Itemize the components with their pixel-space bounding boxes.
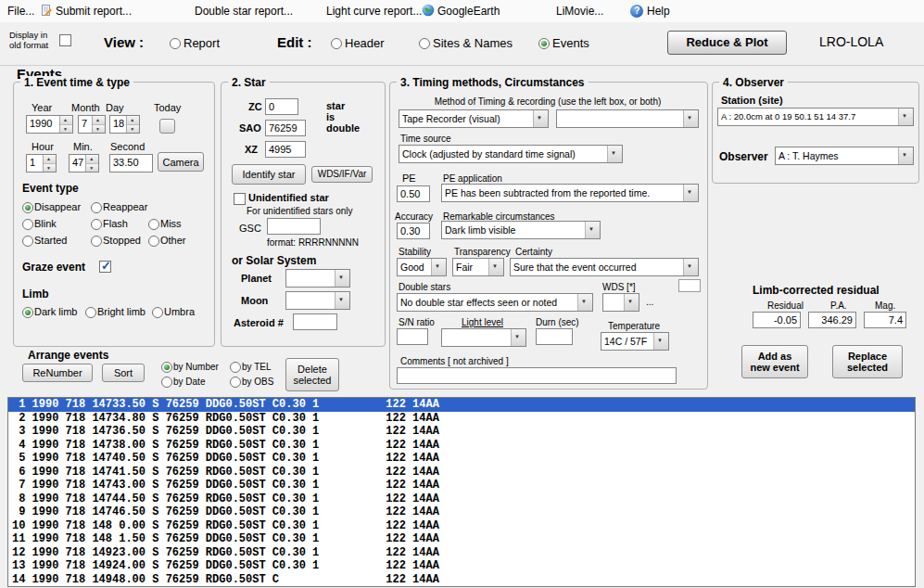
moon-combo[interactable] [285,291,350,310]
certainty-combo[interactable]: Sure that the event occurred [510,258,699,276]
wds-if-var-button[interactable]: WDS/IF/Var [311,166,373,183]
radio-other[interactable] [148,236,159,247]
event-row[interactable]: 6 1990 718 14741.50 S 76259 RDG0.50ST C0… [8,466,915,479]
event-row[interactable]: 3 1990 718 14736.50 S 76259 DDG0.50ST C0… [8,425,915,439]
identify-star-button[interactable]: Identify star [232,164,306,185]
asteroid-input[interactable] [293,313,337,330]
accuracy-input[interactable]: 0.30 [397,223,430,239]
radio-dark-limb-label[interactable]: Dark limb [34,306,77,317]
radio-umbra-label[interactable]: Umbra [164,306,195,317]
radio-umbra[interactable] [152,307,163,318]
menu-double-star-report[interactable]: Double star report... [195,5,293,18]
sn-ratio-input[interactable] [397,328,428,345]
light-level-combo[interactable] [441,328,526,347]
timing-method2-combo[interactable] [556,109,699,128]
radio-edit-header-label[interactable]: Header [345,36,385,50]
radio-miss[interactable] [148,219,159,230]
radio-stopped[interactable] [91,236,102,247]
comments-input[interactable] [397,367,677,384]
event-row[interactable]: 2 1990 718 14734.80 S 76259 RDG0.50ST C0… [8,412,915,426]
hour-spinner[interactable]: 1 [26,154,57,173]
transparency-combo[interactable]: Fair [452,258,504,276]
radio-by-tel[interactable] [230,362,241,373]
menu-submit-report[interactable]: Submit report... [56,5,132,18]
unidentified-star-label[interactable]: Unidentified star [248,192,329,203]
year-spinner[interactable]: 1990 [26,115,73,134]
radio-reappear[interactable] [91,202,102,213]
pe-input[interactable]: 0.50 [397,185,430,202]
menu-file[interactable]: File... [7,5,34,18]
radio-blink-label[interactable]: Blink [34,218,57,229]
planet-combo[interactable] [285,269,350,288]
event-row[interactable]: 7 1990 718 14743.00 S 76259 DDG0.50ST C0… [8,479,915,492]
radio-by-obs-label[interactable]: by OBS [242,377,273,387]
second-input[interactable]: 33.50 [109,154,153,173]
radio-disappear[interactable] [22,202,33,213]
unidentified-star-checkbox[interactable] [234,193,246,205]
event-row[interactable]: 5 1990 718 14740.50 S 76259 DDG0.50ST C0… [8,452,915,466]
delete-selected-button[interactable]: Delete selected [285,358,339,391]
event-row[interactable]: 12 1990 718 14923.00 S 76259 RDG0.50ST C… [8,546,915,560]
radio-started[interactable] [22,236,33,247]
events-list[interactable]: 1 1990 718 14733.50 S 76259 DDG0.50ST C0… [7,397,916,587]
zc-input[interactable]: 0 [265,98,298,115]
radio-by-tel-label[interactable]: by TEL [242,362,272,372]
graze-event-checkbox[interactable] [99,261,111,273]
station-combo[interactable]: A : 20.0cm at 0 19 50.1 51 14 37.7 [717,108,914,126]
event-row[interactable]: 11 1990 718 148 1.50 S 76259 DDG0.50ST C… [8,532,915,546]
radio-bright-limb-label[interactable]: Bright limb [97,306,146,317]
menu-light-curve-report[interactable]: Light curve report... [326,5,422,18]
remarkable-circumstances-combo[interactable]: Dark limb visible [441,221,601,239]
spin-up-icon[interactable] [60,116,72,125]
sort-button[interactable]: Sort [102,364,145,382]
radio-dark-limb[interactable] [22,307,33,318]
radio-edit-sites-label[interactable]: Sites & Names [433,36,513,50]
radio-flash[interactable] [91,219,102,230]
event-row[interactable]: 4 1990 718 14738.00 S 76259 RDG0.50ST C0… [8,439,915,453]
event-row[interactable]: 10 1990 718 148 0.00 S 76259 RDG0.50ST C… [8,519,915,533]
timing-method1-combo[interactable]: Tape Recorder (visual) [399,109,549,128]
radio-by-date-label[interactable]: by Date [173,377,205,387]
spin-down-icon[interactable] [86,164,98,173]
sao-input[interactable]: 76259 [265,120,306,136]
radio-view-report[interactable] [170,38,181,49]
camera-button[interactable]: Camera [158,152,204,172]
menu-limovie[interactable]: LiMovie... [556,5,603,18]
event-row[interactable]: 1 1990 718 14733.50 S 76259 DDG0.50ST C0… [8,398,915,412]
event-row[interactable]: 9 1990 718 14746.50 S 76259 DDG0.50ST C0… [8,505,915,519]
month-spinner[interactable]: 7 [78,115,106,134]
radio-by-number[interactable] [161,362,172,373]
radio-reappear-label[interactable]: Reappear [103,201,147,212]
radio-blink[interactable] [22,219,33,230]
radio-miss-label[interactable]: Miss [160,218,182,229]
day-spinner[interactable]: 18 [109,115,140,134]
radio-stopped-label[interactable]: Stopped [103,235,141,246]
min-spinner[interactable]: 47 [69,154,99,173]
radio-bright-limb[interactable] [85,307,96,318]
gsc-input[interactable] [267,218,321,235]
today-button[interactable] [159,119,175,134]
radio-disappear-label[interactable]: Disappear [34,201,81,212]
replace-selected-button[interactable]: Replace selected [832,345,903,378]
wds-combo[interactable] [602,293,639,312]
temperature-combo[interactable]: 14C / 57F [601,332,669,351]
reduce-and-plot-button[interactable]: Reduce & Plot [667,31,787,55]
spin-up-icon[interactable] [86,155,98,164]
spin-up-icon[interactable] [127,116,139,125]
renumber-button[interactable]: ReNumber [22,364,93,382]
add-as-new-event-button[interactable]: Add as new event [741,345,808,378]
radio-by-obs[interactable] [230,377,241,388]
spin-down-icon[interactable] [93,125,105,134]
observer-combo[interactable]: A : T. Haymes [775,147,914,165]
radio-by-number-label[interactable]: by Number [173,362,219,372]
xz-input[interactable]: 4995 [265,141,306,158]
radio-edit-events[interactable] [538,38,550,49]
radio-started-label[interactable]: Started [34,235,67,246]
menu-googleearth[interactable]: GoogleEarth [437,5,500,18]
spin-up-icon[interactable] [44,155,56,164]
stability-combo[interactable]: Good [397,258,447,276]
radio-flash-label[interactable]: Flash [103,218,128,229]
time-source-combo[interactable]: Clock (adjusted by standard time signal) [399,145,623,163]
event-row[interactable]: 13 1990 718 14924.00 S 76259 DDG0.50ST C… [8,559,915,573]
menu-help[interactable]: Help [647,5,670,18]
